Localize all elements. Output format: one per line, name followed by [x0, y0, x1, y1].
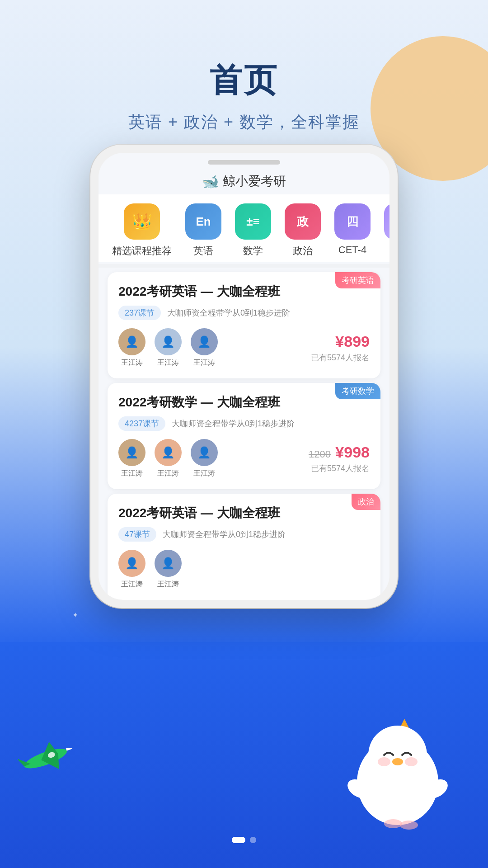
price-original-2: 1200 [309, 448, 331, 460]
phone-inner: 🐋 鲸小爱考研 👑 精选课程推荐 En 英语 ±≡ 数学 [99, 153, 389, 600]
svg-point-10 [368, 726, 427, 784]
course-desc-3: 大咖师资全程带学从0到1稳步进阶 [163, 529, 286, 540]
category-featured-icon: 👑 [124, 203, 160, 240]
app-name-label: 鲸小爱考研 [223, 173, 286, 190]
phone-outer: 🐋 鲸小爱考研 👑 精选课程推荐 En 英语 ±≡ 数学 [90, 145, 398, 608]
course-tag-3: 政治 [352, 494, 380, 510]
phone-mockup: 🐋 鲸小爱考研 👑 精选课程推荐 En 英语 ±≡ 数学 [90, 145, 398, 608]
teacher-name-3: 王江涛 [193, 358, 215, 368]
plane-decoration [18, 740, 72, 778]
price-current-2: ¥998 [335, 443, 370, 461]
course-meta-3: 47课节 大咖师资全程带学从0到1稳步进阶 [118, 527, 370, 542]
price-section-2: 1200 ¥998 已有5574人报名 [309, 443, 370, 474]
category-cet4-label: CET-4 [338, 244, 366, 256]
teacher-name-4: 王江涛 [121, 469, 143, 478]
course-card-3[interactable]: 政治 2022考研英语 — 大咖全程班 47课节 大咖师资全程带学从0到1稳步进… [108, 494, 380, 600]
teacher-avatar-3: 👤 [191, 328, 218, 355]
category-math-icon: ±≡ [235, 203, 271, 240]
teacher-name-2: 王江涛 [157, 358, 179, 368]
teacher-name-6: 王江涛 [193, 469, 215, 478]
category-politics-label: 政治 [293, 244, 313, 258]
course-card-1[interactable]: 考研英语 2022考研英语 — 大咖全程班 237课节 大咖师资全程带学从0到1… [108, 272, 380, 378]
category-english-label: 英语 [193, 244, 213, 258]
category-math-label: 数学 [243, 244, 263, 258]
price-enrolled-2: 已有5574人报名 [309, 463, 370, 474]
category-cet4[interactable]: 四 CET-4 [334, 203, 371, 256]
teacher-avatar-7: 👤 [118, 550, 145, 577]
category-cet6-icon: 六 [384, 203, 389, 240]
teacher-avatar-1: 👤 [118, 328, 145, 355]
svg-point-12 [378, 757, 390, 766]
course-title-3: 2022考研英语 — 大咖全程班 [118, 505, 370, 522]
dot-1 [232, 837, 245, 843]
course-tag-2: 考研数学 [335, 383, 380, 399]
teacher-item: 👤 王江涛 [118, 328, 145, 368]
header-section: 首页 英语 + 政治 + 数学，全科掌握 [0, 0, 488, 133]
category-english[interactable]: En 英语 [185, 203, 221, 258]
course-meta-2: 4237课节 大咖师资全程带学从0到1稳步进阶 [118, 416, 370, 431]
svg-point-11 [392, 758, 403, 765]
course-title-1: 2022考研英语 — 大咖全程班 [118, 283, 370, 300]
star-2: ✦ [72, 611, 78, 619]
price-current-1: ¥899 [311, 333, 370, 350]
teacher-avatar-2: 👤 [155, 328, 182, 355]
page-title: 首页 [0, 59, 488, 102]
app-header: 🐋 鲸小爱考研 [99, 165, 389, 194]
svg-point-7 [384, 819, 402, 828]
course-footer-3: 👤 王江涛 👤 王江涛 [118, 550, 370, 589]
teacher-name-8: 王江涛 [157, 580, 179, 589]
category-featured-label: 精选课程推荐 [112, 244, 172, 258]
svg-point-13 [405, 757, 418, 766]
category-math[interactable]: ±≡ 数学 [235, 203, 271, 258]
phone-notch [208, 160, 280, 165]
teachers-3: 👤 王江涛 👤 王江涛 [118, 550, 182, 589]
teacher-item: 👤 王江涛 [155, 328, 182, 368]
course-title-2: 2022考研数学 — 大咖全程班 [118, 394, 370, 411]
teacher-name-7: 王江涛 [121, 580, 143, 589]
teacher-item: 👤 王江涛 [155, 439, 182, 478]
svg-point-8 [400, 821, 418, 830]
course-desc-2: 大咖师资全程带学从0到1稳步进阶 [172, 418, 295, 429]
lesson-badge-1: 237课节 [118, 306, 161, 320]
category-cet4-icon: 四 [334, 203, 371, 240]
category-english-icon: En [185, 203, 221, 240]
lesson-badge-2: 4237课节 [118, 416, 165, 431]
teachers-2: 👤 王江涛 👤 王江涛 👤 王江涛 [118, 439, 218, 478]
dot-2 [250, 837, 256, 843]
teacher-avatar-8: 👤 [155, 550, 182, 577]
price-section-1: ¥899 已有5574人报名 [311, 333, 370, 363]
price-row-2: 1200 ¥998 [309, 443, 370, 461]
app-logo: 🐋 [202, 173, 218, 189]
course-footer-2: 👤 王江涛 👤 王江涛 👤 王江涛 [118, 439, 370, 478]
teacher-name-1: 王江涛 [121, 358, 143, 368]
teacher-item: 👤 王江涛 [118, 550, 145, 589]
svg-marker-1 [66, 745, 72, 750]
categories-row: 👑 精选课程推荐 En 英语 ±≡ 数学 政 政治 [99, 194, 389, 262]
divider-1 [99, 264, 389, 268]
course-desc-1: 大咖师资全程带学从0到1稳步进阶 [167, 307, 290, 318]
category-politics[interactable]: 政 政治 [285, 203, 321, 258]
course-tag-1: 考研英语 [335, 272, 380, 288]
teacher-item: 👤 王江涛 [191, 439, 218, 478]
teacher-item: 👤 王江涛 [191, 328, 218, 368]
category-cet6[interactable]: 六 CE [384, 203, 389, 256]
category-politics-icon: 政 [285, 203, 321, 240]
teachers-1: 👤 王江涛 👤 王江涛 👤 王江涛 [118, 328, 218, 368]
page-subtitle: 英语 + 政治 + 数学，全科掌握 [0, 111, 488, 133]
category-featured[interactable]: 👑 精选课程推荐 [112, 203, 172, 258]
teacher-avatar-6: 👤 [191, 439, 218, 466]
teacher-name-5: 王江涛 [157, 469, 179, 478]
mascot-character [334, 705, 461, 832]
page-dots [232, 837, 256, 843]
course-footer-1: 👤 王江涛 👤 王江涛 👤 王江涛 ¥899 [118, 328, 370, 368]
lesson-badge-3: 47课节 [118, 527, 156, 542]
course-card-2[interactable]: 考研数学 2022考研数学 — 大咖全程班 4237课节 大咖师资全程带学从0到… [108, 383, 380, 489]
teacher-avatar-5: 👤 [155, 439, 182, 466]
teacher-avatar-4: 👤 [118, 439, 145, 466]
teacher-item: 👤 王江涛 [155, 550, 182, 589]
course-meta-1: 237课节 大咖师资全程带学从0到1稳步进阶 [118, 306, 370, 320]
teacher-item: 👤 王江涛 [118, 439, 145, 478]
price-enrolled-1: 已有5574人报名 [311, 352, 370, 363]
